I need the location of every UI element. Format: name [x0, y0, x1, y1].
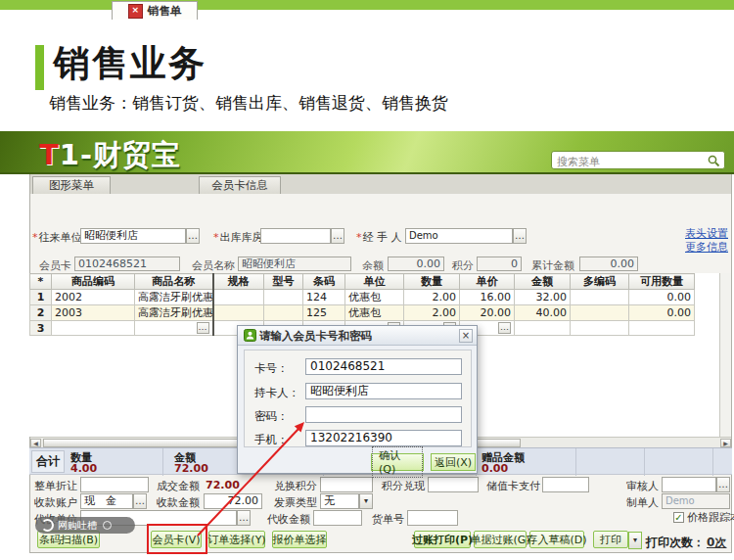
col-amount: 金额	[515, 274, 571, 290]
col-barcode: 条码	[303, 274, 345, 290]
card-no-input[interactable]: 0102468521	[305, 358, 462, 375]
holder-input[interactable]: 昭昭便利店	[305, 383, 462, 399]
post-print-button[interactable]: 过账打印(P)	[414, 531, 471, 548]
points-label: 积分	[452, 258, 474, 273]
receive-amount-label: 收款金额	[157, 495, 200, 510]
cash-points-label: 积分兑现	[382, 479, 425, 493]
vertical-scrollbar[interactable]	[719, 273, 731, 437]
auditor-input[interactable]	[662, 477, 716, 492]
ellipsis-button[interactable]: …	[197, 322, 209, 334]
hero-accent-bar	[35, 45, 44, 90]
scroll-right-button[interactable]: ▶	[720, 439, 731, 447]
tab-sales-order[interactable]: × 销售单	[112, 1, 198, 20]
totals-qty-value: 4.00	[70, 462, 97, 475]
partner-input[interactable]: 昭昭便利店	[80, 228, 186, 244]
dialog-title: 请输入会员卡号和密码	[259, 329, 372, 344]
accum-amount-input: 0.00	[579, 257, 638, 271]
tab-member-card-info[interactable]: 会员卡信息	[199, 176, 281, 194]
checkbox-check-icon: ✓	[673, 512, 684, 523]
dialog-title-bar[interactable]: 请输入会员卡号和密码 ×	[238, 326, 477, 346]
discount-input[interactable]	[80, 477, 149, 492]
member-card-label: 会员卡	[39, 258, 71, 273]
stored-card-input[interactable]	[542, 477, 589, 492]
col-name: 商品名称	[135, 274, 213, 290]
col-price: 单价	[460, 274, 515, 290]
search-icon[interactable]	[708, 155, 720, 167]
ellipsis-button[interactable]: …	[498, 322, 511, 334]
waybill-input[interactable]	[407, 510, 458, 526]
balance-label: 余额	[362, 258, 384, 273]
collect-amount-label: 代收金额	[267, 512, 310, 527]
handler-browse-button[interactable]: …	[513, 228, 527, 244]
collect-unit-browse-button[interactable]: …	[237, 510, 251, 526]
warehouse-label: *出库库房	[213, 230, 263, 245]
search-input[interactable]: 搜索菜单	[551, 151, 725, 169]
feedback-toast[interactable]: 网购吐槽	[35, 517, 135, 534]
auditor-browse-button[interactable]: …	[716, 477, 730, 492]
order-select-button[interactable]: 订单选择(Y)	[208, 531, 265, 548]
invoice-type-dropdown-icon[interactable]: ▾	[359, 493, 373, 509]
member-card-input: 0102468521	[74, 257, 180, 271]
receive-amount-input[interactable]: 72.00	[204, 493, 262, 509]
print-count-value[interactable]: 0次	[707, 535, 726, 551]
member-name-label: 会员名称	[192, 258, 235, 273]
table-row[interactable]: 1 2002 高露洁牙刷优惠装... 124 优惠包 2.00 16.00 32…	[30, 290, 695, 305]
collect-amount-input[interactable]	[313, 510, 362, 526]
redeem-points-input[interactable]	[320, 477, 373, 492]
return-button[interactable]: 返回(X)	[431, 453, 476, 471]
refresh-icon	[41, 519, 54, 532]
print-button[interactable]: 打印	[593, 531, 628, 548]
handler-input[interactable]: Demo	[405, 228, 513, 244]
logo-t: T	[39, 138, 60, 171]
account-browse-button[interactable]: …	[133, 493, 147, 509]
partner-browse-button[interactable]: …	[186, 228, 200, 244]
col-available: 可用数量	[629, 274, 695, 290]
member-card-button[interactable]: 会员卡(V)	[151, 531, 202, 548]
stored-card-label: 储值卡支付	[486, 479, 540, 493]
card-no-label: 卡号：	[254, 361, 289, 376]
col-model: 型号	[264, 274, 303, 290]
warehouse-input[interactable]	[260, 228, 331, 244]
invoice-type-select[interactable]: 无	[320, 493, 359, 509]
cash-points-input[interactable]	[428, 477, 479, 492]
search-placeholder: 搜索菜单	[557, 155, 600, 169]
header-settings-link[interactable]: 表头设置	[685, 226, 728, 241]
partner-label: *往来单位	[32, 230, 82, 245]
save-draft-button[interactable]: 存入草稿(D)	[529, 531, 584, 548]
phone-input[interactable]: 13202216390	[305, 430, 462, 446]
top-green-strip	[0, 0, 734, 10]
gear-icon[interactable]	[103, 521, 112, 530]
tab-sales-order-label: 销售单	[148, 4, 182, 19]
price-track-checkbox[interactable]: ✓ 价格跟踪本单	[673, 510, 734, 525]
account-input[interactable]: 现 金	[80, 493, 133, 509]
waybill-label: 货单号	[372, 512, 404, 527]
tab-close-icon[interactable]: ×	[128, 4, 143, 19]
maker-input: Demo	[662, 493, 730, 509]
price-track-label: 价格跟踪本单	[687, 510, 734, 525]
table-row[interactable]: 2 2003 高露洁牙刷优惠装... 125 优惠包 2.00 20.00 40…	[30, 305, 695, 321]
account-label: 收款账户	[34, 495, 77, 510]
member-name-input: 昭昭便利店	[238, 257, 351, 271]
handler-label: *经 手 人	[356, 230, 402, 245]
col-unit: 单位	[345, 274, 404, 290]
tab-graphic-menu-label: 图形菜单	[49, 178, 94, 193]
more-info-link[interactable]: 更多信息	[685, 240, 728, 255]
points-input: 0	[477, 257, 522, 271]
balance-input: 0.00	[388, 257, 444, 271]
warehouse-browse-button[interactable]: …	[331, 228, 344, 244]
auditor-label: 审核人	[626, 479, 659, 493]
phone-label: 手机：	[254, 433, 289, 447]
maker-label: 制单人	[626, 495, 659, 510]
scroll-left-button[interactable]: ◀	[30, 439, 41, 447]
tab-graphic-menu[interactable]: 图形菜单	[32, 176, 111, 194]
close-icon[interactable]: ×	[459, 329, 473, 343]
holder-label: 持卡人：	[254, 386, 299, 400]
confirm-button[interactable]: 确认(Q)	[371, 453, 424, 471]
password-label: 密码：	[254, 409, 289, 424]
totals-gift-value: 0.00	[482, 462, 508, 475]
quote-select-button[interactable]: 报价单选择	[272, 531, 327, 548]
post-doc-button[interactable]: 单据过账(G)	[474, 531, 527, 548]
password-input[interactable]	[305, 406, 462, 423]
print-count-label: 打印次数：	[646, 535, 705, 551]
print-dropdown-icon[interactable]: ▾	[628, 532, 642, 549]
